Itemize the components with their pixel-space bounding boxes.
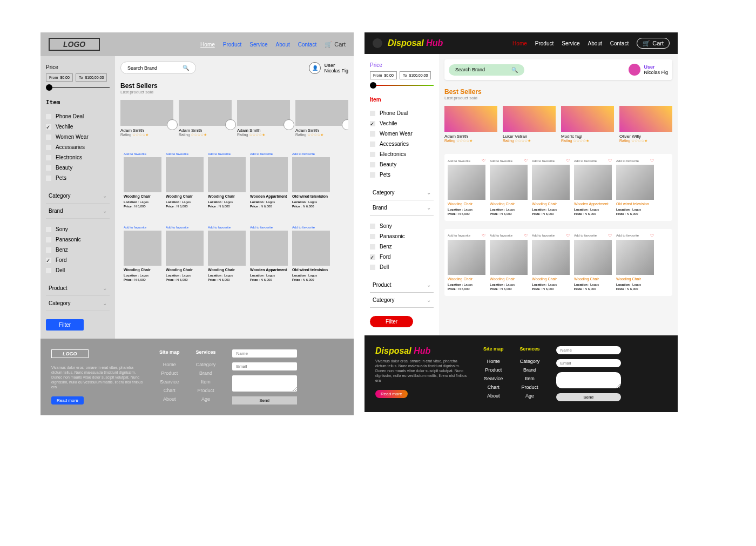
footer-link[interactable]: Category [196, 360, 216, 369]
add-favourite[interactable]: Add to favourite♡ [616, 158, 654, 163]
price-slider[interactable] [370, 85, 434, 86]
email-input[interactable] [556, 359, 621, 367]
add-favourite[interactable]: Add to favourite♡ [250, 152, 288, 156]
product-card[interactable]: Add to favourite♡Wooding ChairLocation :… [208, 152, 246, 209]
dropdown-product[interactable]: Product [370, 278, 434, 293]
filter-checkbox[interactable]: Accessaries [46, 142, 110, 152]
product-card[interactable]: Add to favourite♡Wooding ChairLocation :… [166, 152, 204, 209]
filter-checkbox[interactable]: Panasonic [46, 234, 110, 245]
footer-link[interactable]: Product [159, 369, 180, 378]
nav-service[interactable]: Service [249, 42, 267, 48]
footer-logo[interactable]: LOGO [51, 349, 89, 358]
footer-link[interactable]: Brand [196, 369, 216, 378]
filter-checkbox[interactable]: Pets [46, 173, 110, 183]
product-card[interactable]: Add to favourite♡Old wired televisionLoc… [292, 152, 330, 209]
add-favourite[interactable]: Add to favourite♡ [124, 152, 161, 156]
add-favourite[interactable]: Add to favourite♡ [250, 226, 288, 229]
product-card[interactable]: Add to favourite♡Wooding ChairLocation :… [124, 152, 161, 209]
filter-checkbox[interactable]: Accessaries [370, 139, 434, 149]
add-favourite[interactable]: Add to favourite♡ [448, 233, 485, 238]
footer-link[interactable]: Product [520, 383, 540, 392]
search-input[interactable]: Search Brand [120, 62, 196, 74]
footer-logo[interactable]: Disposal Hub [375, 346, 467, 356]
filter-checkbox[interactable]: Women Wear [370, 129, 434, 139]
filter-checkbox[interactable]: Sony [370, 221, 434, 231]
filter-checkbox[interactable]: Pets [370, 170, 434, 180]
nav-product[interactable]: Product [223, 42, 241, 48]
filter-checkbox[interactable]: Ford [46, 255, 110, 265]
dropdown-category2[interactable]: Category [370, 293, 434, 308]
add-favourite[interactable]: Add to favourite♡ [292, 226, 330, 229]
filter-checkbox[interactable]: Phone Deal [46, 111, 110, 122]
seller-card[interactable]: Modric fagiRating ☆☆☆☆★ [561, 106, 614, 143]
product-card[interactable]: Add to favourite♡Wooding ChairLocation :… [574, 233, 612, 292]
nav-service[interactable]: Service [562, 41, 579, 46]
product-card[interactable]: Add to favourite♡Wooding ChairLocation :… [490, 233, 528, 292]
add-favourite[interactable]: Add to favourite♡ [124, 226, 161, 229]
dropdown-product[interactable]: Product [46, 281, 110, 296]
logo[interactable]: LOGO [49, 38, 100, 51]
send-button[interactable]: Send [232, 396, 297, 405]
footer-link[interactable]: Home [483, 357, 504, 366]
product-card[interactable]: Add to favourite♡Wooding ChairLocation :… [616, 233, 654, 292]
product-card[interactable]: Add to favourite♡Wooding ChairLocation :… [124, 226, 161, 282]
nav-about[interactable]: About [588, 41, 602, 46]
filter-button[interactable]: Filter [46, 319, 84, 331]
nav-about[interactable]: About [276, 42, 290, 48]
product-card[interactable]: Add to favourite♡Old wired televisionLoc… [616, 158, 654, 217]
user-profile[interactable]: UserNicolas Fig [629, 64, 668, 76]
add-favourite[interactable]: Add to favourite♡ [490, 233, 528, 238]
filter-checkbox[interactable]: Dell [370, 262, 434, 272]
footer-link[interactable]: Category [520, 357, 540, 366]
price-from[interactable]: From$0.00 [370, 71, 397, 79]
dropdown-category[interactable]: Category [46, 188, 110, 204]
footer-link[interactable]: Searvice [483, 374, 504, 383]
product-card[interactable]: Add to favourite♡Wooden AppartmentLocati… [250, 152, 288, 209]
filter-checkbox[interactable]: Vechile [46, 122, 110, 132]
filter-checkbox[interactable]: Dell [46, 265, 110, 275]
product-card[interactable]: Add to favourite♡Wooding ChairLocation :… [448, 233, 485, 292]
footer-link[interactable]: Product [483, 366, 504, 374]
seller-card[interactable]: Oliver WillyRating ☆☆☆☆★ [619, 106, 672, 143]
filter-checkbox[interactable]: Beauty [370, 159, 434, 170]
send-button[interactable]: Send [556, 393, 621, 401]
footer-link[interactable]: Item [196, 378, 216, 386]
price-to[interactable]: To$100,00.00 [76, 73, 107, 82]
filter-checkbox[interactable]: Benz [370, 241, 434, 252]
cart-button[interactable]: Cart [637, 38, 670, 49]
product-card[interactable]: Add to favourite♡Wooden AppartmentLocati… [250, 226, 288, 282]
add-favourite[interactable]: Add to favourite♡ [166, 152, 204, 156]
user-profile[interactable]: 👤 UserNicolas Fig [309, 62, 348, 74]
footer-link[interactable]: Product [196, 386, 216, 395]
filter-checkbox[interactable]: Beauty [46, 163, 110, 173]
add-favourite[interactable]: Add to favourite♡ [574, 158, 612, 163]
add-favourite[interactable]: Add to favourite♡ [166, 226, 204, 229]
nav-product[interactable]: Product [535, 41, 554, 46]
email-input[interactable] [232, 362, 297, 370]
filter-checkbox[interactable]: Sony [46, 224, 110, 234]
add-favourite[interactable]: Add to favourite♡ [490, 158, 528, 163]
footer-link[interactable]: Chart [483, 383, 504, 392]
footer-link[interactable]: About [159, 395, 180, 403]
footer-link[interactable]: Age [196, 395, 216, 403]
footer-link[interactable]: Item [520, 374, 540, 383]
filter-checkbox[interactable]: Panasonic [370, 231, 434, 241]
filter-checkbox[interactable]: Electronics [370, 149, 434, 159]
footer-link[interactable]: Searvice [159, 378, 180, 386]
message-input[interactable] [556, 372, 621, 388]
read-more-button[interactable]: Read more [51, 396, 84, 405]
product-card[interactable]: Add to favourite♡Wooding ChairLocation :… [490, 158, 528, 217]
product-card[interactable]: Add to favourite♡Wooding ChairLocation :… [166, 226, 204, 282]
footer-link[interactable]: About [483, 392, 504, 400]
price-slider[interactable] [46, 87, 110, 88]
footer-link[interactable]: Age [520, 392, 540, 400]
price-from[interactable]: From$0.00 [46, 73, 73, 82]
product-card[interactable]: Add to favourite♡Wooding ChairLocation :… [208, 226, 246, 282]
product-card[interactable]: Add to favourite♡Wooding ChairLocation :… [532, 233, 570, 292]
add-favourite[interactable]: Add to favourite♡ [574, 233, 612, 238]
add-favourite[interactable]: Add to favourite♡ [616, 233, 654, 238]
product-card[interactable]: Add to favourite♡Wooden AppartmentLocati… [574, 158, 612, 217]
add-favourite[interactable]: Add to favourite♡ [532, 158, 570, 163]
dropdown-brand[interactable]: Brand [46, 204, 110, 219]
dropdown-category2[interactable]: Category [46, 296, 110, 311]
